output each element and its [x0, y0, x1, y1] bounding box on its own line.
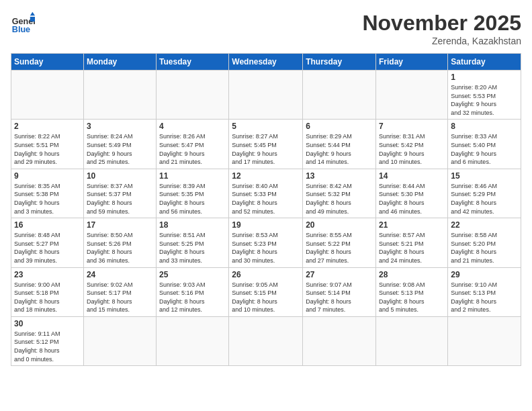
table-row: 6Sunrise: 8:29 AM Sunset: 5:44 PM Daylig… — [303, 120, 376, 169]
table-row: 25Sunrise: 9:03 AM Sunset: 5:16 PM Dayli… — [157, 267, 229, 316]
day-info: Sunrise: 8:27 AM Sunset: 5:45 PM Dayligh… — [232, 132, 300, 166]
day-info: Sunrise: 8:46 AM Sunset: 5:29 PM Dayligh… — [451, 182, 518, 216]
table-row: 20Sunrise: 8:55 AM Sunset: 5:22 PM Dayli… — [303, 218, 376, 267]
day-info: Sunrise: 8:31 AM Sunset: 5:42 PM Dayligh… — [379, 132, 445, 166]
day-number: 19 — [232, 220, 300, 230]
day-info: Sunrise: 8:48 AM Sunset: 5:27 PM Dayligh… — [14, 231, 81, 265]
table-row — [157, 316, 229, 365]
day-number: 28 — [379, 270, 445, 279]
table-row: 3Sunrise: 8:24 AM Sunset: 5:49 PM Daylig… — [83, 120, 156, 169]
day-info: Sunrise: 8:22 AM Sunset: 5:51 PM Dayligh… — [14, 132, 81, 166]
table-row: 2Sunrise: 8:22 AM Sunset: 5:51 PM Daylig… — [11, 120, 84, 169]
day-number: 8 — [451, 122, 518, 131]
header-monday: Monday — [83, 54, 156, 71]
table-row: 14Sunrise: 8:44 AM Sunset: 5:30 PM Dayli… — [376, 169, 448, 218]
table-row: 12Sunrise: 8:40 AM Sunset: 5:33 PM Dayli… — [229, 169, 303, 218]
day-info: Sunrise: 8:33 AM Sunset: 5:40 PM Dayligh… — [451, 132, 518, 166]
day-info: Sunrise: 8:51 AM Sunset: 5:25 PM Dayligh… — [159, 231, 226, 265]
day-info: Sunrise: 8:40 AM Sunset: 5:33 PM Dayligh… — [232, 182, 300, 216]
day-number: 29 — [451, 270, 518, 279]
day-number: 18 — [159, 220, 226, 230]
table-row: 19Sunrise: 8:53 AM Sunset: 5:23 PM Dayli… — [229, 218, 303, 267]
page-header: General Blue November 2025 Zerenda, Kaza… — [11, 11, 521, 46]
day-number: 6 — [306, 122, 373, 131]
day-info: Sunrise: 8:55 AM Sunset: 5:22 PM Dayligh… — [306, 231, 373, 265]
title-block: November 2025 Zerenda, Kazakhstan — [362, 11, 521, 46]
table-row: 13Sunrise: 8:42 AM Sunset: 5:32 PM Dayli… — [303, 169, 376, 218]
day-number: 21 — [379, 220, 445, 230]
day-info: Sunrise: 8:37 AM Sunset: 5:37 PM Dayligh… — [87, 182, 153, 216]
day-number: 4 — [159, 122, 226, 131]
day-number: 17 — [87, 220, 153, 230]
day-number: 1 — [451, 73, 518, 82]
day-info: Sunrise: 9:11 AM Sunset: 5:12 PM Dayligh… — [14, 330, 81, 363]
table-row — [303, 71, 376, 120]
day-number: 14 — [379, 171, 445, 181]
table-row: 11Sunrise: 8:39 AM Sunset: 5:35 PM Dayli… — [157, 169, 229, 218]
table-row: 4Sunrise: 8:26 AM Sunset: 5:47 PM Daylig… — [157, 120, 229, 169]
calendar-body: 1Sunrise: 8:20 AM Sunset: 5:53 PM Daylig… — [11, 71, 521, 366]
day-info: Sunrise: 9:02 AM Sunset: 5:17 PM Dayligh… — [87, 281, 153, 314]
day-number: 9 — [14, 171, 81, 181]
table-row — [229, 71, 303, 120]
location-subtitle: Zerenda, Kazakhstan — [362, 36, 521, 46]
svg-text:Blue: Blue — [12, 25, 30, 34]
day-number: 24 — [87, 270, 153, 279]
day-info: Sunrise: 8:44 AM Sunset: 5:30 PM Dayligh… — [379, 182, 445, 216]
table-row — [303, 316, 376, 365]
day-info: Sunrise: 9:00 AM Sunset: 5:18 PM Dayligh… — [14, 281, 81, 314]
day-info: Sunrise: 8:53 AM Sunset: 5:23 PM Dayligh… — [232, 231, 300, 265]
day-info: Sunrise: 9:07 AM Sunset: 5:14 PM Dayligh… — [306, 281, 373, 314]
header-sunday: Sunday — [11, 54, 84, 71]
day-info: Sunrise: 9:03 AM Sunset: 5:16 PM Dayligh… — [159, 281, 226, 314]
table-row: 27Sunrise: 9:07 AM Sunset: 5:14 PM Dayli… — [303, 267, 376, 316]
day-number: 20 — [306, 220, 373, 230]
day-info: Sunrise: 8:26 AM Sunset: 5:47 PM Dayligh… — [159, 132, 226, 166]
table-row: 5Sunrise: 8:27 AM Sunset: 5:45 PM Daylig… — [229, 120, 303, 169]
day-number: 23 — [14, 270, 81, 279]
day-info: Sunrise: 8:50 AM Sunset: 5:26 PM Dayligh… — [87, 231, 153, 265]
table-row: 1Sunrise: 8:20 AM Sunset: 5:53 PM Daylig… — [448, 71, 521, 120]
logo-icon: General Blue — [11, 11, 35, 35]
day-info: Sunrise: 8:20 AM Sunset: 5:53 PM Dayligh… — [451, 83, 518, 117]
calendar-header: Sunday Monday Tuesday Wednesday Thursday… — [11, 54, 521, 71]
day-info: Sunrise: 8:24 AM Sunset: 5:49 PM Dayligh… — [87, 132, 153, 166]
day-number: 13 — [306, 171, 373, 181]
day-number: 27 — [306, 270, 373, 279]
table-row: 23Sunrise: 9:00 AM Sunset: 5:18 PM Dayli… — [11, 267, 84, 316]
table-row: 16Sunrise: 8:48 AM Sunset: 5:27 PM Dayli… — [11, 218, 84, 267]
table-row: 8Sunrise: 8:33 AM Sunset: 5:40 PM Daylig… — [448, 120, 521, 169]
day-number: 16 — [14, 220, 81, 230]
table-row: 28Sunrise: 9:08 AM Sunset: 5:13 PM Dayli… — [376, 267, 448, 316]
header-tuesday: Tuesday — [157, 54, 229, 71]
day-info: Sunrise: 8:57 AM Sunset: 5:21 PM Dayligh… — [379, 231, 445, 265]
table-row: 22Sunrise: 8:58 AM Sunset: 5:20 PM Dayli… — [448, 218, 521, 267]
table-row — [83, 316, 156, 365]
day-info: Sunrise: 8:39 AM Sunset: 5:35 PM Dayligh… — [159, 182, 226, 216]
table-row — [376, 316, 448, 365]
day-info: Sunrise: 8:42 AM Sunset: 5:32 PM Dayligh… — [306, 182, 373, 216]
day-info: Sunrise: 9:10 AM Sunset: 5:13 PM Dayligh… — [451, 281, 518, 314]
table-row: 9Sunrise: 8:35 AM Sunset: 5:38 PM Daylig… — [11, 169, 84, 218]
table-row — [229, 316, 303, 365]
table-row: 26Sunrise: 9:05 AM Sunset: 5:15 PM Dayli… — [229, 267, 303, 316]
table-row: 10Sunrise: 8:37 AM Sunset: 5:37 PM Dayli… — [83, 169, 156, 218]
table-row: 15Sunrise: 8:46 AM Sunset: 5:29 PM Dayli… — [448, 169, 521, 218]
day-number: 22 — [451, 220, 518, 230]
day-number: 5 — [232, 122, 300, 131]
day-number: 10 — [87, 171, 153, 181]
table-row: 30Sunrise: 9:11 AM Sunset: 5:12 PM Dayli… — [11, 316, 84, 365]
table-row — [157, 71, 229, 120]
day-number: 25 — [159, 270, 226, 279]
table-row: 29Sunrise: 9:10 AM Sunset: 5:13 PM Dayli… — [448, 267, 521, 316]
day-number: 3 — [87, 122, 153, 131]
svg-marker-3 — [30, 17, 35, 21]
month-title: November 2025 — [362, 11, 521, 36]
day-number: 26 — [232, 270, 300, 279]
table-row: 18Sunrise: 8:51 AM Sunset: 5:25 PM Dayli… — [157, 218, 229, 267]
table-row — [11, 71, 84, 120]
header-saturday: Saturday — [448, 54, 521, 71]
table-row — [376, 71, 448, 120]
day-number: 30 — [14, 319, 81, 328]
header-wednesday: Wednesday — [229, 54, 303, 71]
